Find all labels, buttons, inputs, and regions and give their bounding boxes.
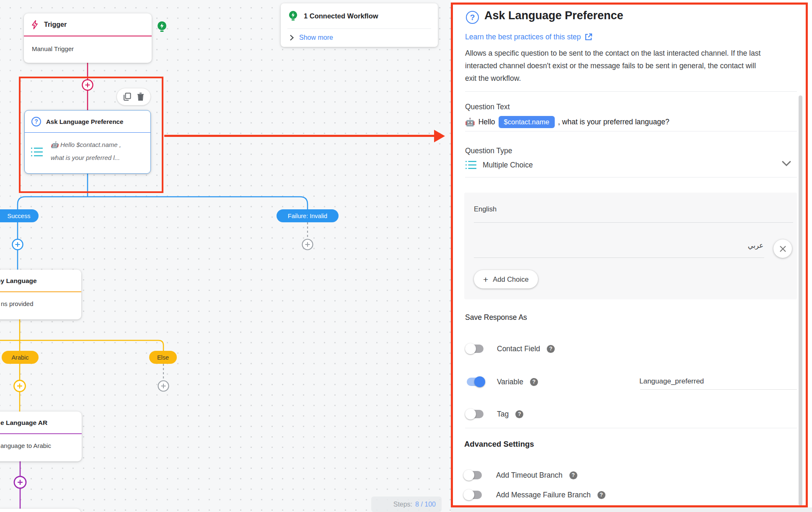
annotation-arrow-head xyxy=(434,130,445,142)
show-more-label: Show more xyxy=(299,34,333,41)
variable-label: Variable xyxy=(497,378,523,386)
split-node-divider xyxy=(0,291,81,292)
contact-field-row: Contact Field ? xyxy=(465,343,555,354)
panel-question-circle-icon: ? xyxy=(466,11,479,24)
advanced-settings-label: Advanced Settings xyxy=(464,440,534,449)
message-failure-branch-row: Add Message Failure Branch ? xyxy=(463,489,605,500)
connected-workflow-title: 1 Connected Workflow xyxy=(304,12,378,20)
choice-input-english[interactable]: English xyxy=(474,205,497,213)
choice-underline xyxy=(474,257,764,258)
trigger-node-header: Trigger xyxy=(24,13,152,36)
question-text-input[interactable]: 🤖 Hello $contact.name , what is your pre… xyxy=(465,116,669,128)
split-node-subtitle: ns provided xyxy=(1,300,34,307)
choice-input-arabic[interactable]: عربي xyxy=(748,242,763,250)
steps-label: Steps: xyxy=(393,501,412,508)
best-practices-link-label: Learn the best practices of this step xyxy=(465,33,581,41)
add-step-connector-purple xyxy=(14,476,26,488)
timeout-branch-row: Add Timeout Branch ? xyxy=(463,470,577,481)
variable-row: Variable ? xyxy=(465,376,538,387)
section-divider xyxy=(465,428,797,428)
robot-emoji: 🤖 xyxy=(465,117,475,127)
add-step-connector-success xyxy=(13,239,23,250)
tag-label: Tag xyxy=(497,410,509,419)
connected-workflow-bulb-icon[interactable] xyxy=(157,21,167,33)
workflow-builder-screen: Trigger Manual Trigger ? Ask xyxy=(0,0,812,512)
branch-pill-else[interactable]: Else xyxy=(149,351,177,364)
trigger-node[interactable]: Trigger Manual Trigger xyxy=(24,13,152,63)
contact-field-label: Contact Field xyxy=(497,345,540,353)
question-type-value: Multiple Choice xyxy=(483,161,533,170)
add-choice-button[interactable]: + Add Choice xyxy=(474,270,538,288)
branch-pill-arabic[interactable]: Arabic xyxy=(2,351,39,364)
trigger-node-title: Trigger xyxy=(44,21,67,28)
panel-scrollbar[interactable] xyxy=(799,95,802,506)
help-icon[interactable]: ? xyxy=(515,410,523,418)
plus-icon: + xyxy=(483,275,488,284)
variable-underline xyxy=(640,389,797,390)
add-timeout-branch-label: Add Timeout Branch xyxy=(496,471,563,480)
variable-name-input[interactable]: Language_preferred xyxy=(639,377,704,386)
connected-workflow-card: 1 Connected Workflow Show more xyxy=(281,3,438,47)
steps-value: 8 / 100 xyxy=(415,501,436,508)
contact-field-toggle[interactable] xyxy=(465,343,485,354)
trigger-node-subtitle: Manual Trigger xyxy=(24,36,152,61)
choices-container: English عربي + Add Choice xyxy=(464,193,797,299)
bottom-strip xyxy=(451,507,812,512)
tag-toggle[interactable] xyxy=(465,409,485,419)
tag-row: Tag ? xyxy=(465,409,523,419)
variable-toggle[interactable] xyxy=(465,376,485,387)
ar-node-title: e Language AR xyxy=(0,419,47,427)
question-text-label: Question Text xyxy=(465,103,510,111)
help-icon[interactable]: ? xyxy=(547,345,555,353)
question-type-select[interactable]: Multiple Choice xyxy=(465,160,533,170)
annotation-arrow-line xyxy=(164,135,436,137)
multiple-choice-list-icon xyxy=(465,160,477,170)
branch-pill-success[interactable]: Success xyxy=(0,209,39,222)
add-choice-label: Add Choice xyxy=(493,275,528,283)
question-type-label: Question Type xyxy=(465,147,512,155)
add-message-failure-branch-label: Add Message Failure Branch xyxy=(496,491,591,499)
contact-name-variable-chip[interactable]: $contact.name xyxy=(499,116,555,128)
update-language-ar-node[interactable]: e Language AR anguage to Arabic xyxy=(0,412,82,461)
ar-node-divider xyxy=(0,433,82,434)
add-step-connector-arabic xyxy=(14,381,26,392)
question-text-prefix: Hello xyxy=(478,118,495,126)
input-underline xyxy=(465,131,797,131)
question-text-suffix: , what is your preferred language? xyxy=(558,118,670,126)
next-node-stub[interactable] xyxy=(0,509,81,512)
chevron-right-icon xyxy=(289,34,294,41)
lightbulb-icon xyxy=(288,10,298,22)
save-response-as-label: Save Response As xyxy=(465,313,527,322)
best-practices-link[interactable]: Learn the best practices of this step xyxy=(465,33,592,41)
branch-by-language-node[interactable]: by Language ns provided xyxy=(0,270,81,319)
panel-title: Ask Language Preference xyxy=(484,9,623,22)
step-description: Allows a specific question to be sent to… xyxy=(465,47,800,85)
add-step-connector-else xyxy=(158,381,169,391)
external-link-icon xyxy=(584,33,592,41)
help-icon[interactable]: ? xyxy=(597,491,605,499)
help-icon[interactable]: ? xyxy=(569,471,577,479)
workflow-canvas[interactable]: Trigger Manual Trigger ? Ask xyxy=(0,0,451,512)
add-timeout-branch-toggle[interactable] xyxy=(463,470,484,481)
add-step-connector-failure xyxy=(303,239,313,250)
ar-node-subtitle: anguage to Arabic xyxy=(0,442,51,449)
help-icon[interactable]: ? xyxy=(530,378,538,386)
branch-pill-failure[interactable]: Failure: Invalid xyxy=(277,209,339,222)
show-more-button[interactable]: Show more xyxy=(281,29,438,46)
steps-counter: Steps: 8 / 100 xyxy=(371,497,442,512)
section-divider xyxy=(465,91,797,92)
selection-highlight-box xyxy=(19,77,163,193)
add-message-failure-branch-toggle[interactable] xyxy=(463,489,484,500)
remove-choice-button[interactable] xyxy=(773,239,792,258)
chevron-down-icon[interactable] xyxy=(781,160,792,167)
split-node-title: by Language xyxy=(0,277,37,285)
input-underline xyxy=(465,177,797,178)
lightning-icon xyxy=(31,20,39,29)
step-settings-panel: ? Ask Language Preference Learn the best… xyxy=(451,0,812,512)
choice-underline xyxy=(474,222,793,223)
